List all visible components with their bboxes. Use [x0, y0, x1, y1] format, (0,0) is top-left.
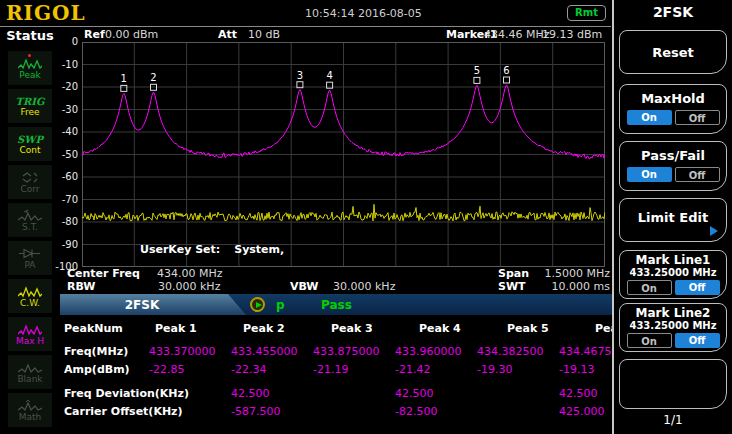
mark-line1-on-toggle[interactable]: On [627, 280, 672, 295]
swt-value: 10.000 ms [520, 280, 610, 293]
y-axis-tick: -50 [54, 149, 78, 160]
peak-marker-number: 4 [326, 70, 332, 81]
running-indicator-icon [250, 297, 265, 312]
cw-waveform-icon [18, 285, 42, 298]
status-panel: Status Peak TRIG Free SWP Cont [0, 27, 60, 434]
offset-value [477, 405, 559, 418]
status-item-maxhold: Max H [8, 317, 52, 351]
measurement-status-bar: 2FSK p Pass [60, 294, 612, 315]
peak-waveform-icon [18, 57, 42, 70]
row-label-amp: Amp(dBm) [64, 363, 149, 376]
remote-status-badge: Rmt [567, 5, 606, 21]
status-item-label: Cont [19, 145, 40, 155]
peak-marker-icon [121, 85, 127, 91]
passfail-button[interactable]: Pass/Fail On Off [619, 141, 727, 191]
span-value: 1.5000 MHz [520, 267, 610, 280]
freq-value: 434.382500 [477, 345, 559, 358]
row-label-offset: Carrier Offset(KHz) [64, 405, 149, 418]
datetime-display: 10:54:14 2016-08-05 [305, 7, 422, 20]
status-item-trigger: TRIG Free [8, 89, 52, 123]
math-waveform-icon [18, 399, 42, 412]
mark-line2-on-toggle[interactable]: On [627, 333, 672, 348]
offset-value [313, 405, 395, 418]
row-label-peaknum: PeakNum [64, 322, 149, 335]
status-item-label: Peak [19, 70, 40, 80]
spectrum-graph: 123456 [82, 42, 605, 267]
row-label-deviation: Freq Deviation(KHz) [64, 387, 149, 400]
table-row-offset: Carrier Offset(KHz) -587.500 -82.500 425… [64, 405, 641, 418]
mark-line1-value: 433.25000 MHz [620, 267, 726, 278]
status-item-cw: C.W. [8, 279, 52, 313]
passfail-on-toggle[interactable]: On [627, 167, 672, 182]
vbw-label: VBW [290, 280, 318, 293]
sweep-mode-tag: SWP [17, 134, 43, 145]
peak-dot-icon [28, 54, 31, 57]
col-header: Peak 2 [237, 322, 325, 335]
ref-label: Ref [84, 28, 105, 41]
att-value: 10 dB [248, 28, 280, 41]
mark-line2-label: Mark Line2 [620, 306, 726, 320]
passfail-label: Pass/Fail [620, 148, 726, 163]
mark-line2-off-toggle[interactable]: Off [675, 333, 720, 348]
y-axis-tick: -90 [54, 239, 78, 250]
deviation-value [313, 387, 395, 400]
y-axis-tick: -30 [54, 104, 78, 115]
maxhold-waveform-icon [18, 323, 42, 336]
status-item-label: Corr [20, 184, 39, 194]
userkey-value: System, [234, 243, 284, 256]
table-row-freq: Freq(MHz) 433.370000 433.455000 433.8750… [64, 345, 641, 358]
correction-icon [18, 171, 42, 184]
menu-title: 2FSK [614, 4, 732, 20]
freq-value: 433.875000 [313, 345, 395, 358]
mark-line1-button[interactable]: Mark Line1 433.25000 MHz On Off [619, 250, 727, 299]
status-item-label: Free [20, 107, 39, 117]
table-header-row: PeakNum Peak 1 Peak 2 Peak 3 Peak 4 Peak… [64, 322, 677, 335]
y-axis-tick: 0 [54, 36, 78, 47]
freq-value: 433.455000 [231, 345, 313, 358]
status-item-label: S.T. [22, 222, 38, 232]
deviation-value: 42.500 [395, 387, 477, 400]
col-header: Peak 3 [325, 322, 413, 335]
amp-value: -21.19 [313, 363, 395, 376]
empty-softkey-button[interactable] [619, 359, 727, 409]
measurement-mode-label: 2FSK [125, 298, 182, 312]
limit-edit-button[interactable]: Limit Edit [619, 198, 727, 242]
center-freq-label: Center Freq [67, 267, 140, 280]
status-item-peak: Peak [8, 51, 52, 85]
passfail-off-toggle[interactable]: Off [675, 167, 720, 182]
pass-status: Pass [321, 298, 352, 312]
spectrum-analyzer-screen: RIGOL 10:54:14 2016-08-05 Rmt Status Pea… [0, 0, 732, 434]
status-tiles: Peak TRIG Free SWP Cont Corr [0, 51, 60, 427]
softkey-menu: 2FSK Reset MaxHold On Off Pass/Fail On O… [612, 0, 732, 434]
status-item-sweep: SWP Cont [8, 127, 52, 161]
marker1-amp: -19.13 dBm [538, 28, 602, 41]
table-row-deviation: Freq Deviation(KHz) 42.500 42.500 42.500 [64, 387, 641, 400]
att-label: Att [218, 28, 237, 41]
y-axis: 0-10-20-30-40-50-60-70-80-90-100 [56, 42, 80, 267]
maxhold-button[interactable]: MaxHold On Off [619, 84, 727, 134]
maxhold-off-toggle[interactable]: Off [675, 110, 720, 125]
mark-line2-value: 433.25000 MHz [620, 320, 726, 331]
rbw-label: RBW [67, 280, 95, 293]
limit-edit-label: Limit Edit [620, 210, 726, 225]
row-label-freq: Freq(MHz) [64, 345, 149, 358]
col-header: Peak 1 [149, 322, 237, 335]
offset-value [149, 405, 231, 418]
userkey-message: UserKey Set:System, [140, 243, 284, 256]
rigol-logo: RIGOL [6, 1, 86, 25]
y-axis-tick: -10 [54, 59, 78, 70]
mark-line1-label: Mark Line1 [620, 253, 726, 267]
amp-value: -22.85 [149, 363, 231, 376]
maxhold-on-toggle[interactable]: On [627, 110, 672, 125]
status-item-label: Blank [17, 374, 42, 384]
measurement-mode-tab: 2FSK [60, 294, 246, 315]
vbw-value: 30.000 kHz [333, 280, 395, 293]
y-axis-tick: -80 [54, 216, 78, 227]
spectrum-plot: 123456 [82, 42, 605, 267]
mark-line1-off-toggle[interactable]: Off [675, 280, 720, 295]
col-header: Peak 4 [413, 322, 501, 335]
mark-line2-button[interactable]: Mark Line2 433.25000 MHz On Off [619, 303, 727, 352]
reset-button[interactable]: Reset [619, 30, 727, 74]
reset-button-label: Reset [620, 45, 726, 60]
menu-page-indicator: 1/1 [614, 413, 732, 427]
